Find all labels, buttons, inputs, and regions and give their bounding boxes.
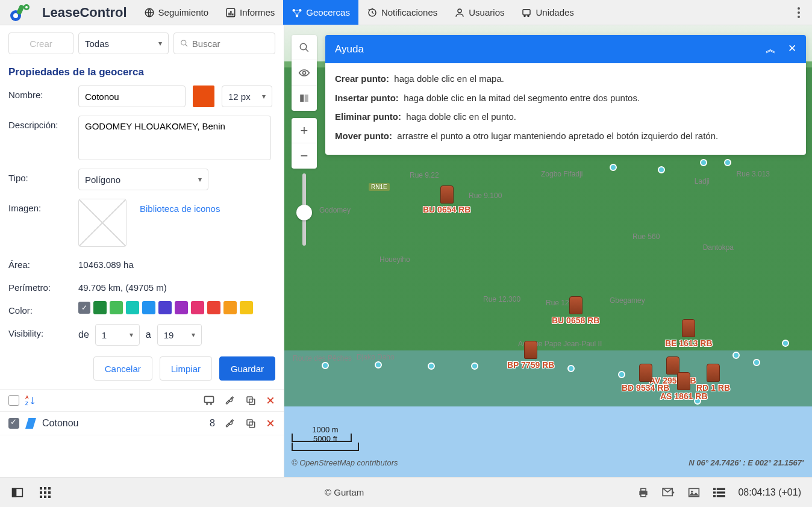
polygon-point[interactable] xyxy=(610,164,617,171)
color-checkbox[interactable]: ✓ xyxy=(78,302,90,314)
font-size-select[interactable]: 12 px▾ xyxy=(222,86,272,107)
select-all-checkbox[interactable] xyxy=(8,395,19,406)
main: Crear Todas▾ Propiedades de la geocerca … xyxy=(0,25,812,477)
zoom-in[interactable]: + xyxy=(292,118,317,143)
color-swatch[interactable] xyxy=(126,301,139,314)
sb-list[interactable] xyxy=(713,486,726,499)
color-swatch[interactable] xyxy=(223,301,237,314)
image-placeholder[interactable] xyxy=(78,199,126,247)
text-color-swatch[interactable] xyxy=(193,86,214,107)
type-select[interactable]: Polígono▾ xyxy=(78,169,208,190)
sb-image[interactable] xyxy=(687,486,701,499)
sb-mail[interactable] xyxy=(662,486,675,499)
collapse-icon[interactable]: ︽ xyxy=(766,42,776,56)
color-swatch[interactable] xyxy=(191,301,204,314)
delete-icon[interactable] xyxy=(266,418,275,428)
color-swatch[interactable] xyxy=(93,301,107,314)
polygon-point[interactable] xyxy=(700,159,707,166)
filter-select[interactable]: Todas▾ xyxy=(78,33,169,54)
polygon-point[interactable] xyxy=(694,397,701,405)
close-icon[interactable]: ✕ xyxy=(788,42,796,56)
wrench-icon[interactable] xyxy=(225,395,236,406)
color-swatch[interactable] xyxy=(158,301,172,314)
grid-icon xyxy=(40,487,51,498)
name-input[interactable] xyxy=(78,86,186,107)
chevron-down-icon: ▾ xyxy=(198,175,202,184)
polygon-point[interactable] xyxy=(753,359,760,366)
print-icon xyxy=(637,487,649,498)
visibility-from[interactable]: 1▾ xyxy=(95,324,140,346)
nav-informes[interactable]: Informes xyxy=(217,0,283,25)
map[interactable]: Godomey Dantokpa Gbegamey Zogbo Fifadji … xyxy=(284,25,812,477)
wrench-icon[interactable] xyxy=(225,418,236,429)
scale-bar: 1000 m 5000 ft xyxy=(292,434,359,443)
icon-library-link[interactable]: Biblioteca de iconos xyxy=(134,199,226,219)
zoom-out[interactable]: − xyxy=(292,143,317,169)
polygon-point[interactable] xyxy=(471,362,478,370)
nav-unidades[interactable]: Unidades xyxy=(513,0,582,25)
cancel-button[interactable]: Cancelar xyxy=(93,356,152,381)
delete-icon[interactable] xyxy=(266,396,275,405)
svg-rect-52 xyxy=(713,488,716,490)
layout-toggle[interactable] xyxy=(11,486,24,499)
image-icon xyxy=(688,487,700,498)
svg-rect-36 xyxy=(13,488,16,496)
polygon-point[interactable] xyxy=(375,361,382,369)
polygon-point[interactable] xyxy=(322,362,329,369)
color-swatch[interactable] xyxy=(110,301,123,314)
label-visibility: Visibility: xyxy=(8,324,71,338)
save-button[interactable]: Guardar xyxy=(219,356,275,381)
bus-icon xyxy=(521,7,532,18)
sb-print[interactable] xyxy=(637,486,650,499)
list-item[interactable]: Cotonou 8 xyxy=(0,412,284,435)
color-swatch[interactable] xyxy=(207,301,220,314)
nav-seguimiento[interactable]: Seguimiento xyxy=(136,0,217,25)
search-input[interactable] xyxy=(192,39,269,49)
polygon-point[interactable] xyxy=(782,340,789,347)
polygon-point[interactable] xyxy=(659,384,666,391)
svg-point-18 xyxy=(798,7,800,10)
action-buttons: Cancelar Limpiar Guardar xyxy=(0,354,284,389)
bus-icon[interactable] xyxy=(203,395,215,406)
label-nombre: Nombre: xyxy=(8,86,71,100)
polygon-point[interactable] xyxy=(618,371,625,378)
svg-rect-34 xyxy=(305,95,308,102)
nav-geocercas[interactable]: Geocercas xyxy=(283,0,358,25)
clear-button[interactable]: Limpiar xyxy=(160,356,212,381)
color-swatch[interactable] xyxy=(175,301,188,314)
create-button[interactable]: Crear xyxy=(8,33,73,54)
svg-rect-2 xyxy=(16,4,25,15)
item-checkbox[interactable] xyxy=(8,418,19,429)
eye-icon xyxy=(298,69,310,77)
svg-rect-7 xyxy=(228,13,230,16)
svg-point-19 xyxy=(798,11,800,14)
zoom-handle[interactable] xyxy=(296,205,312,220)
color-palette: ✓ xyxy=(78,301,253,314)
color-swatch[interactable] xyxy=(240,301,253,314)
polygon-point[interactable] xyxy=(428,362,435,370)
item-count: 8 xyxy=(210,418,215,429)
nav-usuarios[interactable]: Usuarios xyxy=(446,0,513,25)
polygon-point[interactable] xyxy=(567,365,575,372)
sort-alpha-icon[interactable]: AZ xyxy=(24,394,36,406)
svg-point-4 xyxy=(25,6,28,8)
polygon-point[interactable] xyxy=(732,352,740,359)
apps-grid[interactable] xyxy=(39,486,52,499)
visibility-to[interactable]: 19▾ xyxy=(157,324,202,346)
polygon-point[interactable] xyxy=(658,166,665,173)
map-visibility[interactable] xyxy=(292,60,317,86)
svg-point-31 xyxy=(300,43,307,50)
copy-icon[interactable] xyxy=(245,395,256,406)
map-search[interactable] xyxy=(292,35,317,60)
description-input[interactable]: GODOMEY HLOUAKOMEY, Benin xyxy=(78,116,271,160)
svg-text:Z: Z xyxy=(25,400,28,406)
menu-more[interactable] xyxy=(785,7,812,18)
map-layers[interactable] xyxy=(292,86,317,111)
logo-icon xyxy=(8,4,37,22)
svg-rect-44 xyxy=(44,496,46,498)
polygon-point[interactable] xyxy=(724,159,731,166)
color-swatch[interactable] xyxy=(142,301,155,314)
svg-rect-53 xyxy=(717,488,725,490)
nav-notificaciones[interactable]: Notificaciones xyxy=(358,0,446,25)
copy-icon[interactable] xyxy=(245,418,256,429)
